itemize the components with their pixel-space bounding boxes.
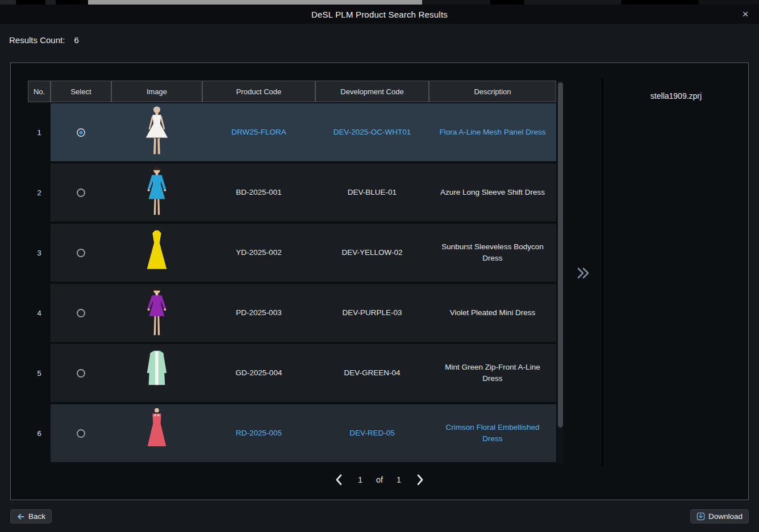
development-code: DEV-BLUE-01 <box>315 187 429 198</box>
product-description: Violet Pleated Mini Dress <box>429 307 556 319</box>
next-page-button[interactable] <box>415 474 425 486</box>
row-radio[interactable] <box>77 429 85 438</box>
product-code: YD-2025-002 <box>202 247 315 258</box>
chevron-left-icon <box>334 474 344 486</box>
product-description: Flora A-Line Mesh Panel Dress <box>429 127 556 138</box>
table-row[interactable]: 1 <box>28 103 556 161</box>
current-page: 1 <box>358 475 362 484</box>
back-button[interactable]: Back <box>10 509 52 523</box>
red-dress-image <box>139 406 175 460</box>
results-panel: No. Select Image Product Code Developmen… <box>10 62 749 500</box>
download-button[interactable]: Download <box>690 509 749 523</box>
chevron-right-icon <box>415 474 425 486</box>
table-scrollbar[interactable] <box>557 81 564 464</box>
bg-strip-segment <box>699 0 759 5</box>
download-icon <box>697 512 705 521</box>
product-image <box>111 225 202 280</box>
header-development-code: Development Code <box>315 81 429 102</box>
back-button-label: Back <box>28 512 45 521</box>
project-filename: stella1909.zprj <box>650 91 702 100</box>
dialog-titlebar: DeSL PLM Product Search Results × <box>0 5 759 24</box>
pagination: 1 of 1 <box>11 470 748 490</box>
table-header-row: No. Select Image Product Code Developmen… <box>28 81 556 102</box>
white-dress-avatar-image <box>139 105 175 160</box>
product-image <box>111 346 202 400</box>
purple-dress-avatar-image <box>139 286 175 340</box>
development-code: DEV-GREEN-04 <box>315 367 429 379</box>
row-radio[interactable] <box>77 128 85 137</box>
row-number: 2 <box>28 164 51 221</box>
expand-panel-button[interactable] <box>572 263 595 283</box>
product-description: Sunburst Sleeveless Bodycon Dress <box>429 241 556 263</box>
download-button-label: Download <box>708 512 743 521</box>
scrollbar-thumb[interactable] <box>558 82 563 428</box>
product-description: Mint Green Zip-Front A-Line Dress <box>429 362 556 384</box>
bg-strip-tab <box>621 0 699 5</box>
prev-page-button[interactable] <box>334 474 344 486</box>
product-image <box>111 165 202 220</box>
table-row[interactable]: 3 YD-2025-002 DEV-YELLOW-02 Sunburst Sle… <box>28 224 556 282</box>
product-description: Crimson Floral Embellished Dress <box>429 422 556 444</box>
bg-strip-segment <box>524 0 621 5</box>
header-product-code: Product Code <box>202 81 315 102</box>
product-code: DRW25-FLORA <box>202 127 315 138</box>
results-count: Results Count:6 <box>9 35 79 45</box>
preview-panel: stella1909.zprj <box>605 91 747 100</box>
bg-strip-segment <box>422 0 490 5</box>
row-radio[interactable] <box>77 188 85 197</box>
dialog-title: DeSL PLM Product Search Results <box>311 10 448 19</box>
close-icon[interactable]: × <box>739 7 752 21</box>
header-description: Description <box>429 81 556 102</box>
product-description: Azure Long Sleeve Shift Dress <box>429 187 556 198</box>
development-code: DEV-PURPLE-03 <box>315 307 429 319</box>
bg-strip-tab <box>16 0 45 5</box>
plm-search-results-dialog: DeSL PLM Product Search Results × Result… <box>0 0 759 532</box>
row-number: 1 <box>28 103 51 161</box>
panel-divider <box>602 79 603 466</box>
product-image <box>111 105 202 160</box>
table-row[interactable]: 5 GD-2025-004 DEV-GREEN-04 Mint Green Zi… <box>28 344 556 402</box>
row-number: 6 <box>28 404 51 462</box>
bg-strip-bar <box>88 0 422 5</box>
yellow-dress-image <box>139 225 175 280</box>
development-code: DEV-RED-05 <box>315 428 429 439</box>
double-chevron-right-icon <box>575 266 591 280</box>
results-count-label: Results Count: <box>9 35 65 45</box>
total-pages: 1 <box>397 475 401 484</box>
table-row[interactable]: 6 RD-2025-005 DEV-RED-05 Crimson Floral … <box>28 404 556 462</box>
page-of-label: of <box>376 475 383 484</box>
row-radio[interactable] <box>77 309 85 317</box>
table-row[interactable]: 2 <box>28 164 556 221</box>
table-row[interactable]: 4 <box>28 284 556 342</box>
mint-dress-image <box>139 346 175 400</box>
product-image <box>111 406 202 460</box>
row-number: 3 <box>28 224 51 282</box>
row-number: 5 <box>28 344 51 402</box>
bg-strip-tab <box>490 0 524 5</box>
results-table: No. Select Image Product Code Developmen… <box>28 81 556 464</box>
product-image <box>111 286 202 340</box>
bg-strip-segment <box>0 0 16 5</box>
product-code: BD-2025-001 <box>202 187 315 198</box>
bg-strip-tab <box>56 0 81 5</box>
results-count-value: 6 <box>74 35 78 45</box>
back-arrow-icon <box>16 513 25 521</box>
header-image: Image <box>111 81 202 102</box>
bg-strip-segment <box>45 0 56 5</box>
header-select: Select <box>51 81 111 102</box>
row-number: 4 <box>28 284 51 342</box>
background-app-strip <box>0 0 759 5</box>
development-code: DEV-YELLOW-02 <box>315 247 429 258</box>
blue-dress-avatar-image <box>139 165 175 220</box>
product-code: RD-2025-005 <box>202 428 315 439</box>
product-code: GD-2025-004 <box>202 367 315 379</box>
development-code: DEV-2025-OC-WHT01 <box>315 127 429 138</box>
row-radio[interactable] <box>77 249 85 257</box>
header-no: No. <box>28 81 51 102</box>
row-radio[interactable] <box>77 369 85 378</box>
product-code: PD-2025-003 <box>202 307 315 319</box>
